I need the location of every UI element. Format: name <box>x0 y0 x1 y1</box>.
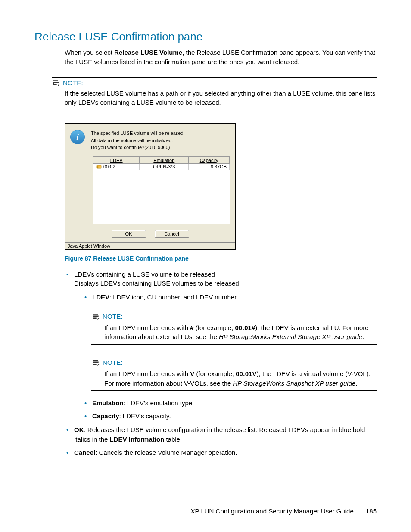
t-italic: HP StorageWorks Snapshot XP user guide <box>233 380 355 387</box>
page-footer: XP LUN Configuration and Security Manage… <box>191 507 377 515</box>
sub-text-ldev: : LDEV icon, CU number, and LDEV number. <box>109 293 238 301</box>
note-label: NOTE: <box>103 312 123 321</box>
page-title: Release LUSE Confirmation pane <box>34 30 377 44</box>
table-row[interactable]: 00:02 OPEN-3*3 6.87GB <box>93 163 230 170</box>
note-body-2: If an LDEV number ends with # (for examp… <box>104 323 377 342</box>
t-italic: HP StorageWorks External Storage XP user… <box>219 333 362 340</box>
applet-msg-line3: Do you want to continue?(2010 9060) <box>91 144 185 151</box>
note-body-3: If an LDEV number ends with V (for examp… <box>104 369 377 388</box>
t: If an LDEV number ends with <box>104 370 190 377</box>
cell-ldev: 00:02 <box>103 164 115 169</box>
bullet-ok-p2: table. <box>164 436 182 443</box>
list-item: Capacity: LDEV's capacity. <box>83 411 377 421</box>
note-icon <box>52 79 60 87</box>
list-item: Emulation: LDEV's emulation type. <box>83 398 377 408</box>
t-bold: V <box>190 370 194 377</box>
ok-button[interactable]: OK <box>112 230 146 238</box>
t: . <box>355 380 357 387</box>
sub-text-capacity: : LDEV's capacity. <box>119 412 171 420</box>
intro-paragraph: When you select Release LUSE Volume, the… <box>65 48 377 67</box>
bullet-ok-label: OK <box>74 426 84 433</box>
ldev-icon <box>96 165 102 169</box>
t: (for example, <box>194 370 236 377</box>
note-block-3: NOTE: If an LDEV number ends with V (for… <box>91 356 377 391</box>
cancel-button[interactable]: Cancel <box>155 230 189 238</box>
sub-label-ldev: LDEV <box>92 293 109 301</box>
bullet1-line1: LDEVs containing a LUSE volume to be rel… <box>74 271 215 278</box>
col-capacity[interactable]: Capacity <box>189 157 230 163</box>
bullet-cancel-label: Cancel <box>74 449 95 456</box>
applet-msg-line1: The specified LUSE volume will be releas… <box>91 130 185 137</box>
note-block-2: NOTE: If an LDEV number ends with # (for… <box>91 310 377 345</box>
bullet-ok-b2: LDEV Information <box>110 436 165 443</box>
note-block-1: NOTE: If the selected LUSE volume has a … <box>52 77 377 111</box>
note-icon <box>91 359 100 367</box>
t: (for example, <box>194 324 235 331</box>
applet-dialog: i The specified LUSE volume will be rele… <box>65 123 236 250</box>
applet-table: LDEV Emulation Capacity 00:02 OPEN-3*3 6… <box>93 156 230 224</box>
cell-capacity: 6.87GB <box>189 163 230 170</box>
intro-text-prefix: When you select <box>65 49 114 56</box>
applet-status-bar: Java Applet Window <box>65 242 235 249</box>
applet-message: The specified LUSE volume will be releas… <box>91 130 185 151</box>
cell-emulation: OPEN-3*3 <box>140 163 189 170</box>
list-item: LDEV: LDEV icon, CU number, and LDEV num… <box>83 292 377 302</box>
bullet1-line2: Displays LDEVs containing LUSE volumes t… <box>74 280 241 287</box>
col-emulation[interactable]: Emulation <box>140 157 189 163</box>
sub-label-capacity: Capacity <box>92 412 119 420</box>
sub-text-emulation: : LDEV's emulation type. <box>124 399 194 407</box>
col-ldev[interactable]: LDEV <box>93 157 140 163</box>
figure-caption: Figure 87 Release LUSE Confirmation pane <box>65 255 377 262</box>
list-item: Cancel: Cancels the release Volume Manag… <box>65 448 377 457</box>
info-icon: i <box>70 130 85 144</box>
svg-point-1 <box>97 166 99 168</box>
note-label: NOTE: <box>63 79 83 87</box>
t: . <box>362 333 364 340</box>
list-item: OK: Releases the LUSE volume configurati… <box>65 425 377 444</box>
figure-87-image: i The specified LUSE volume will be rele… <box>65 123 377 250</box>
note-label: NOTE: <box>103 358 123 367</box>
bullet-cancel-text: : Cancels the release Volume Manager ope… <box>95 449 237 456</box>
list-item: LDEVs containing a LUSE volume to be rel… <box>65 270 377 421</box>
t-bold: 00:01# <box>235 324 255 331</box>
t-bold: # <box>190 324 193 331</box>
intro-bold: Release LUSE Volume <box>114 49 182 56</box>
t: If an LDEV number ends with <box>104 324 190 331</box>
footer-title: XP LUN Configuration and Security Manage… <box>191 507 354 515</box>
t-bold: 00:01V <box>236 370 256 377</box>
page-number: 185 <box>366 507 377 515</box>
applet-msg-line2: All data in the volume will be initializ… <box>91 137 185 144</box>
note-icon <box>91 313 100 320</box>
note-body-1: If the selected LUSE volume has a path o… <box>65 89 377 108</box>
sub-label-emulation: Emulation <box>92 399 124 407</box>
